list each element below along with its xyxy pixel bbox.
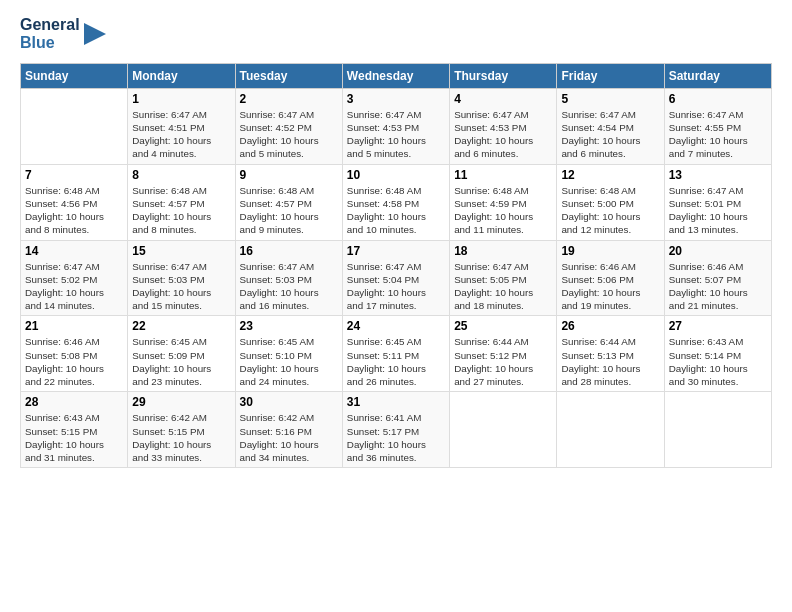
calendar-cell: 2Sunrise: 6:47 AM Sunset: 4:52 PM Daylig… (235, 88, 342, 164)
day-info: Sunrise: 6:46 AM Sunset: 5:08 PM Dayligh… (25, 335, 123, 388)
calendar-cell: 24Sunrise: 6:45 AM Sunset: 5:11 PM Dayli… (342, 316, 449, 392)
day-info: Sunrise: 6:48 AM Sunset: 4:57 PM Dayligh… (132, 184, 230, 237)
day-number: 10 (347, 168, 445, 182)
calendar-cell (557, 392, 664, 468)
calendar-cell: 7Sunrise: 6:48 AM Sunset: 4:56 PM Daylig… (21, 164, 128, 240)
day-number: 26 (561, 319, 659, 333)
day-number: 9 (240, 168, 338, 182)
day-info: Sunrise: 6:47 AM Sunset: 5:03 PM Dayligh… (132, 260, 230, 313)
week-row-5: 28Sunrise: 6:43 AM Sunset: 5:15 PM Dayli… (21, 392, 772, 468)
day-number: 7 (25, 168, 123, 182)
day-info: Sunrise: 6:43 AM Sunset: 5:14 PM Dayligh… (669, 335, 767, 388)
day-info: Sunrise: 6:43 AM Sunset: 5:15 PM Dayligh… (25, 411, 123, 464)
day-info: Sunrise: 6:42 AM Sunset: 5:15 PM Dayligh… (132, 411, 230, 464)
day-info: Sunrise: 6:46 AM Sunset: 5:07 PM Dayligh… (669, 260, 767, 313)
day-info: Sunrise: 6:48 AM Sunset: 4:57 PM Dayligh… (240, 184, 338, 237)
day-info: Sunrise: 6:47 AM Sunset: 4:55 PM Dayligh… (669, 108, 767, 161)
calendar-cell: 13Sunrise: 6:47 AM Sunset: 5:01 PM Dayli… (664, 164, 771, 240)
day-number: 23 (240, 319, 338, 333)
day-number: 6 (669, 92, 767, 106)
day-number: 30 (240, 395, 338, 409)
calendar-cell: 17Sunrise: 6:47 AM Sunset: 5:04 PM Dayli… (342, 240, 449, 316)
calendar-cell: 20Sunrise: 6:46 AM Sunset: 5:07 PM Dayli… (664, 240, 771, 316)
day-info: Sunrise: 6:47 AM Sunset: 4:53 PM Dayligh… (347, 108, 445, 161)
header-tuesday: Tuesday (235, 63, 342, 88)
day-info: Sunrise: 6:47 AM Sunset: 4:52 PM Dayligh… (240, 108, 338, 161)
week-row-3: 14Sunrise: 6:47 AM Sunset: 5:02 PM Dayli… (21, 240, 772, 316)
day-info: Sunrise: 6:48 AM Sunset: 5:00 PM Dayligh… (561, 184, 659, 237)
day-info: Sunrise: 6:48 AM Sunset: 4:59 PM Dayligh… (454, 184, 552, 237)
day-info: Sunrise: 6:47 AM Sunset: 5:03 PM Dayligh… (240, 260, 338, 313)
logo: General Blue (20, 16, 106, 53)
header-friday: Friday (557, 63, 664, 88)
calendar-cell: 28Sunrise: 6:43 AM Sunset: 5:15 PM Dayli… (21, 392, 128, 468)
logo-arrow-icon (84, 23, 106, 45)
day-number: 19 (561, 244, 659, 258)
calendar-cell: 9Sunrise: 6:48 AM Sunset: 4:57 PM Daylig… (235, 164, 342, 240)
calendar-cell: 3Sunrise: 6:47 AM Sunset: 4:53 PM Daylig… (342, 88, 449, 164)
logo-text: General Blue (20, 16, 106, 53)
day-info: Sunrise: 6:48 AM Sunset: 4:58 PM Dayligh… (347, 184, 445, 237)
calendar-cell (450, 392, 557, 468)
day-info: Sunrise: 6:44 AM Sunset: 5:13 PM Dayligh… (561, 335, 659, 388)
day-number: 8 (132, 168, 230, 182)
calendar-cell: 21Sunrise: 6:46 AM Sunset: 5:08 PM Dayli… (21, 316, 128, 392)
day-info: Sunrise: 6:47 AM Sunset: 5:05 PM Dayligh… (454, 260, 552, 313)
day-number: 20 (669, 244, 767, 258)
week-row-1: 1Sunrise: 6:47 AM Sunset: 4:51 PM Daylig… (21, 88, 772, 164)
day-number: 11 (454, 168, 552, 182)
calendar-cell: 29Sunrise: 6:42 AM Sunset: 5:15 PM Dayli… (128, 392, 235, 468)
week-row-4: 21Sunrise: 6:46 AM Sunset: 5:08 PM Dayli… (21, 316, 772, 392)
day-number: 25 (454, 319, 552, 333)
day-number: 22 (132, 319, 230, 333)
header-monday: Monday (128, 63, 235, 88)
day-number: 12 (561, 168, 659, 182)
calendar-cell: 8Sunrise: 6:48 AM Sunset: 4:57 PM Daylig… (128, 164, 235, 240)
calendar-header-row: SundayMondayTuesdayWednesdayThursdayFrid… (21, 63, 772, 88)
day-info: Sunrise: 6:44 AM Sunset: 5:12 PM Dayligh… (454, 335, 552, 388)
day-number: 1 (132, 92, 230, 106)
calendar-table: SundayMondayTuesdayWednesdayThursdayFrid… (20, 63, 772, 468)
day-number: 21 (25, 319, 123, 333)
day-number: 15 (132, 244, 230, 258)
day-number: 16 (240, 244, 338, 258)
calendar-cell: 16Sunrise: 6:47 AM Sunset: 5:03 PM Dayli… (235, 240, 342, 316)
calendar-cell: 18Sunrise: 6:47 AM Sunset: 5:05 PM Dayli… (450, 240, 557, 316)
svg-marker-0 (84, 23, 106, 45)
day-info: Sunrise: 6:45 AM Sunset: 5:11 PM Dayligh… (347, 335, 445, 388)
calendar-cell: 4Sunrise: 6:47 AM Sunset: 4:53 PM Daylig… (450, 88, 557, 164)
day-info: Sunrise: 6:41 AM Sunset: 5:17 PM Dayligh… (347, 411, 445, 464)
calendar-cell: 12Sunrise: 6:48 AM Sunset: 5:00 PM Dayli… (557, 164, 664, 240)
calendar-cell: 14Sunrise: 6:47 AM Sunset: 5:02 PM Dayli… (21, 240, 128, 316)
calendar-cell: 25Sunrise: 6:44 AM Sunset: 5:12 PM Dayli… (450, 316, 557, 392)
day-number: 29 (132, 395, 230, 409)
calendar-cell: 19Sunrise: 6:46 AM Sunset: 5:06 PM Dayli… (557, 240, 664, 316)
calendar-cell: 5Sunrise: 6:47 AM Sunset: 4:54 PM Daylig… (557, 88, 664, 164)
day-number: 17 (347, 244, 445, 258)
day-info: Sunrise: 6:48 AM Sunset: 4:56 PM Dayligh… (25, 184, 123, 237)
day-info: Sunrise: 6:42 AM Sunset: 5:16 PM Dayligh… (240, 411, 338, 464)
calendar-cell: 23Sunrise: 6:45 AM Sunset: 5:10 PM Dayli… (235, 316, 342, 392)
header-saturday: Saturday (664, 63, 771, 88)
week-row-2: 7Sunrise: 6:48 AM Sunset: 4:56 PM Daylig… (21, 164, 772, 240)
calendar-cell: 1Sunrise: 6:47 AM Sunset: 4:51 PM Daylig… (128, 88, 235, 164)
logo-line2: Blue (20, 34, 80, 52)
calendar-cell: 10Sunrise: 6:48 AM Sunset: 4:58 PM Dayli… (342, 164, 449, 240)
header-wednesday: Wednesday (342, 63, 449, 88)
day-info: Sunrise: 6:47 AM Sunset: 5:01 PM Dayligh… (669, 184, 767, 237)
calendar-cell: 6Sunrise: 6:47 AM Sunset: 4:55 PM Daylig… (664, 88, 771, 164)
day-info: Sunrise: 6:47 AM Sunset: 4:51 PM Dayligh… (132, 108, 230, 161)
day-number: 2 (240, 92, 338, 106)
day-info: Sunrise: 6:47 AM Sunset: 4:53 PM Dayligh… (454, 108, 552, 161)
day-info: Sunrise: 6:45 AM Sunset: 5:09 PM Dayligh… (132, 335, 230, 388)
day-info: Sunrise: 6:47 AM Sunset: 4:54 PM Dayligh… (561, 108, 659, 161)
calendar-cell (664, 392, 771, 468)
day-info: Sunrise: 6:47 AM Sunset: 5:04 PM Dayligh… (347, 260, 445, 313)
calendar-cell: 22Sunrise: 6:45 AM Sunset: 5:09 PM Dayli… (128, 316, 235, 392)
calendar-cell: 31Sunrise: 6:41 AM Sunset: 5:17 PM Dayli… (342, 392, 449, 468)
header-sunday: Sunday (21, 63, 128, 88)
calendar-cell: 15Sunrise: 6:47 AM Sunset: 5:03 PM Dayli… (128, 240, 235, 316)
day-info: Sunrise: 6:45 AM Sunset: 5:10 PM Dayligh… (240, 335, 338, 388)
day-number: 13 (669, 168, 767, 182)
calendar-cell: 26Sunrise: 6:44 AM Sunset: 5:13 PM Dayli… (557, 316, 664, 392)
